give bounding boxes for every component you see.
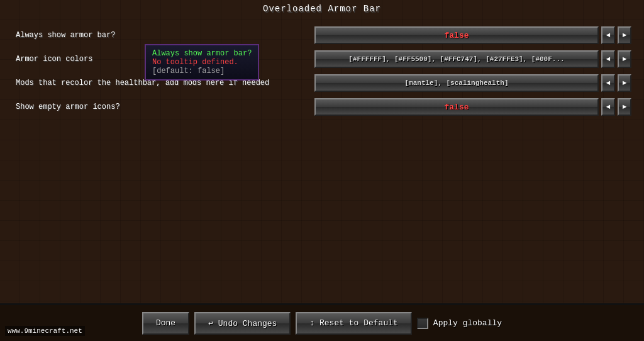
setting-label-always-show: Always show armor bar? xyxy=(13,31,314,40)
value-button-mods-recolor[interactable]: [mantle], [scalinghealth] xyxy=(314,74,599,92)
reset-button[interactable]: ↕ Reset to Default xyxy=(296,312,411,335)
setting-control-empty-icons: false ◄ ► xyxy=(314,98,631,116)
watermark: www.9minecraft.net xyxy=(5,326,85,336)
value-button-always-show[interactable]: false xyxy=(314,26,599,44)
done-button[interactable]: Done xyxy=(142,312,189,335)
setting-row-armor-colors: Armor icon colors [#FFFFFF], [#FF5500], … xyxy=(13,48,631,70)
apply-globally-container: Apply globally xyxy=(417,318,502,329)
bottom-bar: Done ↩ Undo Changes ↕ Reset to Default A… xyxy=(0,303,644,341)
tooltip-line2: No tooltip defined. xyxy=(152,58,252,67)
tooltip-line1: Always show armor bar? xyxy=(152,49,252,58)
setting-row-empty-icons: Show empty armor icons? false ◄ ► xyxy=(13,96,631,118)
page-title: Overloaded Armor Bar xyxy=(263,4,381,14)
arrow-next-mods-recolor[interactable]: ► xyxy=(618,74,631,92)
setting-row-always-show: Always show armor bar? false ◄ ► Always … xyxy=(13,24,631,47)
arrow-prev-armor-colors[interactable]: ◄ xyxy=(601,50,615,68)
title-bar: Overloaded Armor Bar xyxy=(0,0,644,18)
setting-control-mods-recolor: [mantle], [scalinghealth] ◄ ► xyxy=(314,74,631,92)
arrow-next-always-show[interactable]: ► xyxy=(618,26,631,44)
settings-content: Always show armor bar? false ◄ ► Always … xyxy=(0,18,644,303)
arrow-next-empty-icons[interactable]: ► xyxy=(618,98,631,116)
setting-control-armor-colors: [#FFFFFF], [#FF5500], [#FFC747], [#27FFE… xyxy=(314,50,631,68)
arrow-next-armor-colors[interactable]: ► xyxy=(618,50,631,68)
apply-globally-label: Apply globally xyxy=(433,318,502,328)
value-button-empty-icons[interactable]: false xyxy=(314,98,599,116)
tooltip-popup: Always show armor bar? No tooltip define… xyxy=(145,44,259,81)
undo-button[interactable]: ↩ Undo Changes xyxy=(194,312,291,335)
setting-row-mods-recolor: Mods that recolor the healthbar, add mod… xyxy=(13,72,631,94)
tooltip-line3: [default: false] xyxy=(152,67,252,75)
arrow-prev-always-show[interactable]: ◄ xyxy=(601,26,615,44)
value-button-armor-colors[interactable]: [#FFFFFF], [#FF5500], [#FFC747], [#27FFE… xyxy=(314,50,599,68)
apply-globally-checkbox[interactable] xyxy=(417,318,428,329)
setting-label-empty-icons: Show empty armor icons? xyxy=(13,103,314,111)
arrow-prev-empty-icons[interactable]: ◄ xyxy=(601,98,615,116)
arrow-prev-mods-recolor[interactable]: ◄ xyxy=(601,74,615,92)
setting-control-always-show: false ◄ ► xyxy=(314,26,631,44)
